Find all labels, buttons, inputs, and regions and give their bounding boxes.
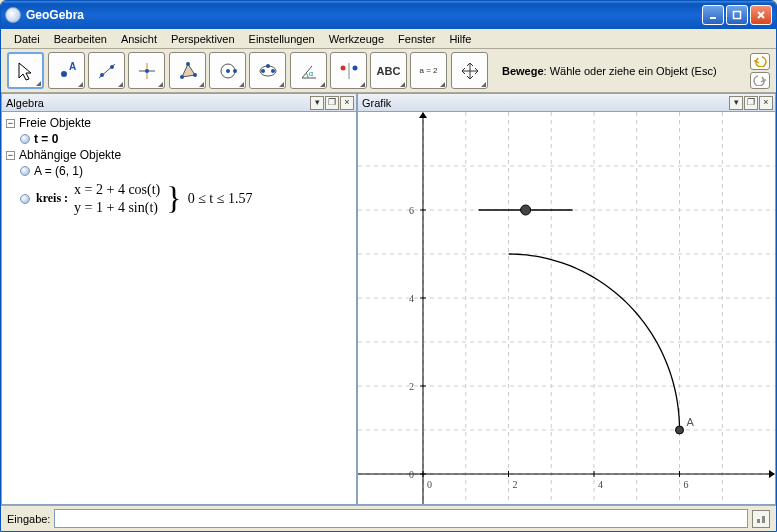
menu-edit[interactable]: Bearbeiten	[47, 31, 114, 47]
tool-reflect[interactable]	[330, 52, 367, 89]
point-icon: A	[56, 60, 78, 82]
tool-line[interactable]	[88, 52, 125, 89]
graphic-panel: Grafik ▾ ❐ × 02460246A	[357, 93, 776, 505]
ellipse-icon	[257, 60, 279, 82]
input-help-button[interactable]	[752, 510, 770, 528]
svg-point-64	[521, 205, 531, 215]
tool-angle[interactable]: α	[290, 52, 327, 89]
svg-point-26	[352, 65, 357, 70]
app-icon	[5, 7, 21, 23]
titlebar: GeoGebra	[1, 1, 776, 29]
svg-point-14	[186, 62, 190, 66]
algebra-title-text: Algebra	[6, 97, 309, 109]
collapse-icon[interactable]: −	[6, 151, 15, 160]
svg-text:0: 0	[427, 479, 432, 490]
visibility-bullet-icon[interactable]	[20, 194, 30, 204]
undo-icon	[753, 55, 767, 67]
menubar: Datei Bearbeiten Ansicht Perspektiven Ei…	[1, 29, 776, 49]
angle-icon: α	[298, 60, 320, 82]
menu-help[interactable]: Hilfe	[442, 31, 478, 47]
maximize-button[interactable]	[726, 5, 748, 25]
svg-point-11	[145, 69, 149, 73]
svg-point-17	[226, 69, 230, 73]
statusbar: Eingabe:	[1, 505, 776, 531]
svg-point-15	[193, 73, 197, 77]
algebra-panel-title: Algebra ▾ ❐ ×	[2, 94, 356, 112]
graphic-title-text: Grafik	[362, 97, 728, 109]
tree-group-free[interactable]: − Freie Objekte	[6, 115, 352, 131]
panel-close-button[interactable]: ×	[340, 96, 354, 110]
tree-item-a[interactable]: A = (6, 1)	[6, 163, 352, 179]
svg-point-4	[61, 71, 67, 77]
input-label: Eingabe:	[7, 513, 50, 525]
graphic-canvas[interactable]: 02460246A	[358, 112, 775, 504]
kreis-eqs: x = 2 + 4 cos(t) y = 1 + 4 sin(t)	[74, 181, 160, 216]
svg-point-7	[100, 73, 104, 77]
tool-move[interactable]	[7, 52, 44, 89]
tool-point[interactable]: A	[48, 52, 85, 89]
tree-item-t[interactable]: t = 0	[6, 131, 352, 147]
visibility-bullet-icon[interactable]	[20, 166, 30, 176]
circle-icon	[217, 60, 239, 82]
svg-point-13	[180, 75, 184, 79]
panel-window-button[interactable]: ❐	[325, 96, 339, 110]
svg-text:4: 4	[409, 293, 414, 304]
svg-text:α: α	[309, 70, 313, 77]
svg-text:0: 0	[409, 469, 414, 480]
tool-perpendicular[interactable]	[128, 52, 165, 89]
line-icon	[96, 60, 118, 82]
tool-text[interactable]: ABC	[370, 52, 407, 89]
tree-label: Freie Objekte	[19, 116, 91, 130]
svg-text:2: 2	[513, 479, 518, 490]
menu-view[interactable]: Ansicht	[114, 31, 164, 47]
redo-button[interactable]	[750, 72, 770, 89]
kreis-range: 0 ≤ t ≤ 1.57	[188, 191, 253, 207]
command-input[interactable]	[54, 509, 748, 528]
svg-text:A: A	[687, 416, 695, 428]
menu-tools[interactable]: Werkzeuge	[322, 31, 391, 47]
graphic-panel-title: Grafik ▾ ❐ ×	[358, 94, 775, 112]
tree-group-dependent[interactable]: − Abhängige Objekte	[6, 147, 352, 163]
svg-point-8	[110, 65, 114, 69]
tree-item-label: A = (6, 1)	[34, 164, 83, 178]
menu-perspectives[interactable]: Perspektiven	[164, 31, 242, 47]
plot-svg: 02460246A	[358, 112, 775, 504]
tool-circle[interactable]	[209, 52, 246, 89]
panel-close-button[interactable]: ×	[759, 96, 773, 110]
tool-conic[interactable]	[249, 52, 286, 89]
brace-icon: }	[166, 184, 181, 213]
minimize-button[interactable]	[702, 5, 724, 25]
close-button[interactable]	[750, 5, 772, 25]
toolbar-status-text: : Wähle oder ziehe ein Objekt (Esc)	[544, 65, 717, 77]
undo-button[interactable]	[750, 53, 770, 70]
move-view-icon	[459, 60, 481, 82]
menu-file[interactable]: Datei	[7, 31, 47, 47]
svg-text:4: 4	[598, 479, 603, 490]
algebra-panel: Algebra ▾ ❐ × − Freie Objekte t = 0 − Ab…	[1, 93, 357, 505]
reflect-icon	[338, 60, 360, 82]
collapse-icon[interactable]: −	[6, 119, 15, 128]
polygon-icon	[177, 60, 199, 82]
menu-window[interactable]: Fenster	[391, 31, 442, 47]
menu-settings[interactable]: Einstellungen	[242, 31, 322, 47]
tool-polygon[interactable]	[169, 52, 206, 89]
svg-rect-66	[762, 516, 765, 523]
svg-point-20	[261, 69, 265, 73]
svg-rect-1	[734, 12, 741, 19]
toolbar: A α ABC a = 2 Bewege: Wähle oder ziehe e…	[1, 49, 776, 93]
svg-point-22	[266, 64, 270, 68]
svg-text:A: A	[69, 61, 76, 72]
tree-item-kreis[interactable]: kreis : x = 2 + 4 cos(t) y = 1 + 4 sin(t…	[6, 181, 352, 216]
svg-point-61	[676, 426, 684, 434]
panel-window-button[interactable]: ❐	[744, 96, 758, 110]
tool-move-view[interactable]	[451, 52, 488, 89]
tool-slider[interactable]: a = 2	[410, 52, 447, 89]
window-title: GeoGebra	[26, 8, 702, 22]
visibility-bullet-icon[interactable]	[20, 134, 30, 144]
panel-menu-button[interactable]: ▾	[729, 96, 743, 110]
svg-point-18	[233, 69, 237, 73]
panel-menu-button[interactable]: ▾	[310, 96, 324, 110]
tree-label: Abhängige Objekte	[19, 148, 121, 162]
workspace: Algebra ▾ ❐ × − Freie Objekte t = 0 − Ab…	[1, 93, 776, 505]
kreis-eq1: x = 2 + 4 cos(t)	[74, 181, 160, 199]
